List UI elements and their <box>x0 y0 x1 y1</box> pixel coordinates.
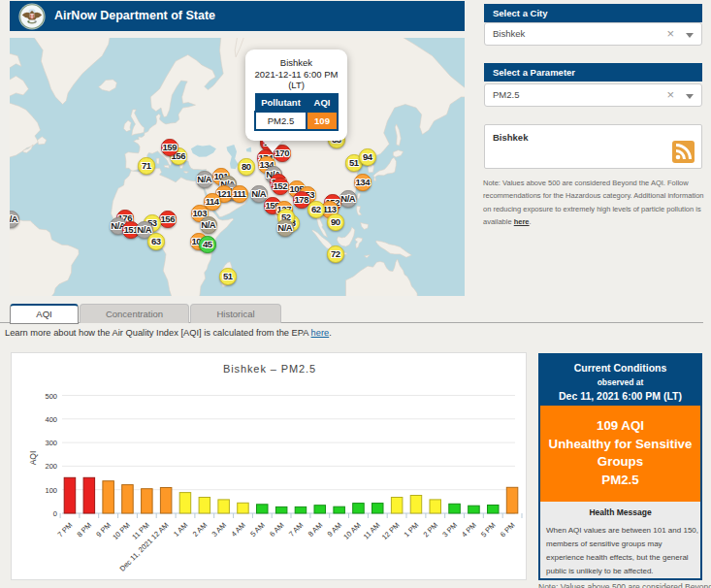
svg-text:2 PM: 2 PM <box>421 521 439 539</box>
svg-text:AQI: AQI <box>28 451 38 466</box>
svg-text:9 PM: 9 PM <box>94 521 113 539</box>
svg-text:400: 400 <box>45 415 57 424</box>
svg-text:6 PM: 6 PM <box>499 521 517 539</box>
svg-text:4 AM: 4 AM <box>229 521 246 539</box>
svg-text:3 PM: 3 PM <box>440 521 459 539</box>
svg-text:100: 100 <box>45 486 57 495</box>
svg-text:3 AM: 3 AM <box>210 521 228 539</box>
svg-text:7 PM: 7 PM <box>56 521 75 539</box>
svg-text:12 PM: 12 PM <box>380 521 402 542</box>
svg-text:0: 0 <box>53 509 57 518</box>
svg-text:5 PM: 5 PM <box>479 521 498 539</box>
svg-text:7 AM: 7 AM <box>287 521 305 539</box>
svg-text:300: 300 <box>45 439 57 447</box>
svg-text:10 PM: 10 PM <box>111 521 132 542</box>
svg-text:4 PM: 4 PM <box>460 521 478 539</box>
svg-text:500: 500 <box>45 392 57 401</box>
svg-text:200: 200 <box>45 462 57 471</box>
svg-text:8 PM: 8 PM <box>75 521 93 539</box>
svg-text:2 AM: 2 AM <box>191 521 209 539</box>
svg-text:10 AM: 10 AM <box>341 521 362 541</box>
svg-text:9 AM: 9 AM <box>326 521 343 539</box>
svg-text:1 PM: 1 PM <box>403 521 421 539</box>
svg-text:Bishkek – PM2.5: Bishkek – PM2.5 <box>223 363 316 375</box>
svg-text:8 AM: 8 AM <box>307 521 324 539</box>
svg-text:1 AM: 1 AM <box>172 521 189 539</box>
svg-text:6 AM: 6 AM <box>268 521 285 539</box>
svg-text:5 AM: 5 AM <box>248 521 266 539</box>
svg-text:11 AM: 11 AM <box>362 521 382 541</box>
